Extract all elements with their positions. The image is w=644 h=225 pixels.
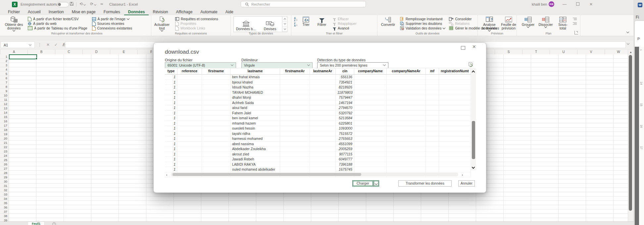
- restore-button[interactable]: [572, 0, 583, 9]
- user-name[interactable]: khalil ben: [532, 2, 547, 6]
- transform-data-button[interactable]: Transformer les données: [398, 180, 452, 187]
- row-header-37[interactable]: 37: [0, 209, 9, 214]
- menu-tab-revision[interactable]: Révision: [149, 9, 172, 15]
- row-header-38[interactable]: 38: [0, 214, 9, 218]
- from-table-range-button[interactable]: À partir de Tableau ou d'une Plage: [28, 26, 87, 30]
- search-input[interactable]: Rechercher: [241, 1, 366, 7]
- row-header-36[interactable]: 36: [0, 205, 9, 209]
- load-button[interactable]: Charger: [352, 180, 373, 187]
- customize-qat-icon[interactable]: ≂: [100, 2, 103, 6]
- column-header-V[interactable]: V: [577, 50, 605, 54]
- row-header-30[interactable]: 30: [0, 179, 9, 184]
- show-detail-button[interactable]: [572, 17, 577, 21]
- row-header-25[interactable]: 25: [0, 158, 9, 162]
- row-header-8[interactable]: 8: [0, 84, 9, 89]
- add-sheet-icon[interactable]: +: [52, 222, 56, 225]
- delimiter-select[interactable]: Virgule: [241, 62, 313, 68]
- from-image-button[interactable]: À partir de l'image: [92, 17, 132, 21]
- preview-scroll-thumb[interactable]: [472, 121, 475, 159]
- row-header-10[interactable]: 10: [0, 93, 9, 97]
- row-header-9[interactable]: 9: [0, 89, 9, 93]
- preview-hscroll-thumb[interactable]: [173, 173, 361, 176]
- undo-icon[interactable]: ⟲: [79, 2, 85, 6]
- menu-tab-donnees[interactable]: Données: [124, 9, 149, 15]
- row-header-22[interactable]: 22: [0, 145, 9, 149]
- preview-horizontal-scrollbar[interactable]: ‹ ›: [166, 173, 463, 176]
- filter-button[interactable]: Filtrer: [314, 16, 330, 27]
- preview-scroll-left-icon[interactable]: ‹: [166, 173, 167, 177]
- row-header-31[interactable]: 31: [0, 184, 9, 188]
- gallery-more-button[interactable]: [282, 27, 287, 32]
- what-if-analysis-button[interactable]: ? Analyse scénarios: [480, 16, 499, 31]
- cancel-entry-icon[interactable]: ✕: [46, 42, 50, 47]
- row-header-24[interactable]: 24: [0, 153, 9, 158]
- sort-az-button[interactable]: AZ↓: [293, 17, 298, 22]
- row-header-7[interactable]: 7: [0, 80, 9, 84]
- queries-connections-button[interactable]: Requêtes et connexions: [175, 17, 218, 21]
- row-header-12[interactable]: 12: [0, 102, 9, 106]
- menu-tab-insertion[interactable]: Insertion: [45, 9, 68, 15]
- flash-fill-button[interactable]: Remplissage instantané: [400, 17, 445, 21]
- row-header-29[interactable]: 29: [0, 175, 9, 179]
- row-header-32[interactable]: 32: [0, 188, 9, 192]
- row-header-3[interactable]: 3: [0, 63, 9, 67]
- row-header-6[interactable]: 6: [0, 76, 9, 80]
- remove-duplicates-button[interactable]: Supprimer les doublons: [400, 21, 445, 26]
- excel-logo-icon[interactable]: X: [12, 2, 18, 7]
- row-header-23[interactable]: 23: [0, 149, 9, 153]
- dialog-close-icon[interactable]: ✕: [472, 44, 476, 49]
- collapse-ribbon-icon[interactable]: [626, 30, 629, 33]
- preview-scroll-down-icon[interactable]: [472, 164, 474, 170]
- menu-tab-aide[interactable]: Aide: [222, 9, 237, 15]
- menu-tab-accueil[interactable]: Accueil: [24, 9, 45, 15]
- origin-select[interactable]: 65001: Unicode (UTF-8): [165, 62, 236, 68]
- row-header-21[interactable]: 21: [0, 141, 9, 145]
- hide-detail-button[interactable]: [572, 21, 577, 26]
- recent-sources-button[interactable]: Sources récentes: [92, 21, 132, 26]
- row-header-13[interactable]: 13: [0, 106, 9, 110]
- sheet-tab-feuil1[interactable]: Feuil1: [28, 222, 44, 225]
- column-header-C[interactable]: C: [55, 50, 83, 54]
- sort-button[interactable]: ZA Trier: [298, 16, 314, 27]
- data-validation-button[interactable]: Validation des données: [400, 26, 445, 30]
- row-header-19[interactable]: 19: [0, 132, 9, 136]
- row-header-15[interactable]: 15: [0, 115, 9, 119]
- expand-formula-bar-icon[interactable]: [627, 42, 629, 45]
- gallery-down-button[interactable]: [282, 22, 287, 27]
- preview-vertical-scrollbar[interactable]: [471, 68, 476, 170]
- column-header-A[interactable]: A: [0, 50, 28, 54]
- column-header-D[interactable]: D: [83, 50, 110, 54]
- row-header-18[interactable]: 18: [0, 128, 9, 132]
- scroll-up-icon[interactable]: ▲: [629, 51, 632, 54]
- row-header-16[interactable]: 16: [0, 119, 9, 123]
- get-data-button[interactable]: Obtenir des données: [3, 16, 25, 31]
- row-header-34[interactable]: 34: [0, 197, 9, 201]
- avatar[interactable]: KB: [549, 1, 554, 7]
- group-button[interactable]: Grouper: [520, 16, 537, 28]
- menu-tab-mise-en-page[interactable]: Mise en page: [68, 9, 100, 15]
- redo-icon[interactable]: ⟳: [90, 2, 96, 6]
- menu-tab-formules[interactable]: Formules: [100, 9, 124, 15]
- clear-filter-button[interactable]: Effacer: [333, 17, 357, 21]
- row-header-5[interactable]: 5: [0, 72, 9, 76]
- grid-scroll-thumb[interactable]: [629, 55, 632, 211]
- workbook-links-button[interactable]: Workbook Links: [175, 26, 218, 30]
- column-header-S[interactable]: S: [495, 50, 522, 54]
- column-header-E[interactable]: E: [110, 50, 138, 54]
- menu-tab-affichage[interactable]: Affichage: [172, 9, 197, 15]
- load-split-arrow[interactable]: [373, 180, 379, 187]
- column-header-B[interactable]: B: [28, 50, 55, 54]
- sort-za-button[interactable]: ZA↓: [293, 22, 298, 27]
- stocks-datatype-tile[interactable]: Données b...: [234, 17, 258, 32]
- advanced-filter-button[interactable]: Avancé: [333, 26, 357, 30]
- row-header-33[interactable]: 33: [0, 192, 9, 197]
- row-header-1[interactable]: 1: [0, 54, 9, 59]
- from-web-button[interactable]: À partir du web: [28, 21, 87, 26]
- detection-select[interactable]: Selon les 200 premières lignes: [317, 62, 388, 68]
- menu-tab-fichier[interactable]: Fichier: [4, 9, 24, 15]
- row-header-28[interactable]: 28: [0, 171, 9, 175]
- preview-scroll-right-icon[interactable]: ›: [462, 173, 463, 177]
- grid-vertical-scrollbar[interactable]: ▲: [628, 50, 633, 221]
- text-to-columns-button[interactable]: Convertir: [379, 16, 397, 27]
- outline-dialog-launcher-icon[interactable]: [574, 31, 578, 34]
